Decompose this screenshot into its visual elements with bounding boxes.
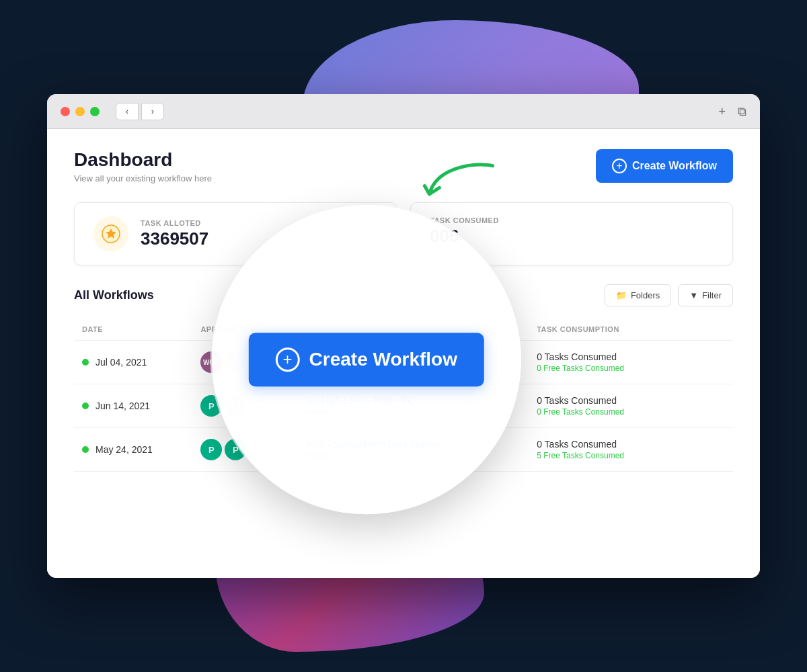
duplicate-button[interactable]: ⧉ [738,106,746,118]
back-button[interactable]: ‹ [116,103,139,120]
filter-button[interactable]: ▼ Filter [678,284,733,306]
nav-buttons: ‹ › [116,103,164,120]
create-workflow-large-button[interactable]: + Create Workflow [249,333,484,386]
folders-label: Folders [631,290,660,300]
create-workflow-label: Create Workflow [632,160,717,172]
row1-tasks-consumed: 0 Tasks Consumed [537,351,725,362]
row1-free-tasks: 0 Free Tasks Consumed [537,364,725,373]
row3-date: May 24, 2021 [95,444,153,455]
task-alloted-label: TASK ALLOTED [141,219,208,227]
row1-date: Jul 04, 2021 [95,357,147,368]
close-button[interactable] [61,107,70,116]
page-subtitle: View all your existing workflow here [74,173,212,183]
row3-free-tasks: 5 Free Tasks Consumed [537,451,725,460]
magnify-overlay: + Create Workflow [212,205,521,514]
forward-button[interactable]: › [141,103,164,120]
row3-status-dot [82,446,89,453]
col-header-date: DATE [74,319,192,341]
task-alloted-value: 3369507 [141,228,208,249]
row3-date-cell: May 24, 2021 [74,428,192,472]
workflows-actions: 📁 Folders ▼ Filter [605,284,733,306]
row1-task-cell: 0 Tasks Consumed 0 Free Tasks Consumed [529,341,733,384]
row3-task-cell: 0 Tasks Consumed 5 Free Tasks Consumed [529,428,733,472]
row2-date-cell: Jun 14, 2021 [74,384,192,428]
row2-tasks-consumed: 0 Tasks Consumed [537,395,725,406]
page-title-group: Dashboard View all your existing workflo… [74,149,212,183]
row2-free-tasks: 0 Free Tasks Consumed [537,407,725,417]
browser-window: ‹ › + ⧉ Dashboard View all your existing… [47,94,760,578]
create-workflow-button[interactable]: + Create Workflow [596,149,733,183]
page-title: Dashboard [74,149,212,171]
row1-date-cell: Jul 04, 2021 [74,341,192,384]
large-plus-icon: + [276,347,300,372]
magnify-circle: + Create Workflow [212,205,521,514]
row3-tasks-consumed: 0 Tasks Consumed [537,439,725,450]
minimize-button[interactable] [75,107,85,116]
new-tab-button[interactable]: + [718,106,726,118]
browser-actions: + ⧉ [718,106,746,118]
create-workflow-large-label: Create Workflow [309,349,457,370]
header-btn-area: + Create Workflow [596,149,733,183]
row2-date: Jun 14, 2021 [95,401,150,411]
plus-circle-icon: + [612,159,627,173]
arrow-container [420,151,501,214]
browser-content: Dashboard View all your existing workflo… [47,129,760,578]
folder-icon: 📁 [616,290,627,300]
workflows-title: All Workflows [74,288,154,302]
row2-status-dot [82,403,89,409]
traffic-lights [61,107,100,116]
arrow-icon [414,142,507,221]
row1-status-dot [82,359,89,366]
task-alloted-icon [93,216,128,251]
filter-icon: ▼ [689,290,698,300]
filter-label: Filter [702,290,722,300]
row2-task-cell: 0 Tasks Consumed 0 Free Tasks Consumed [529,384,733,428]
task-alloted-info: TASK ALLOTED 3369507 [141,219,208,249]
maximize-button[interactable] [90,107,100,116]
page-header: Dashboard View all your existing workflo… [74,149,733,183]
folders-button[interactable]: 📁 Folders [605,284,671,306]
col-header-task: TASK CONSUMPTION [529,319,733,341]
browser-chrome: ‹ › + ⧉ [47,94,760,129]
